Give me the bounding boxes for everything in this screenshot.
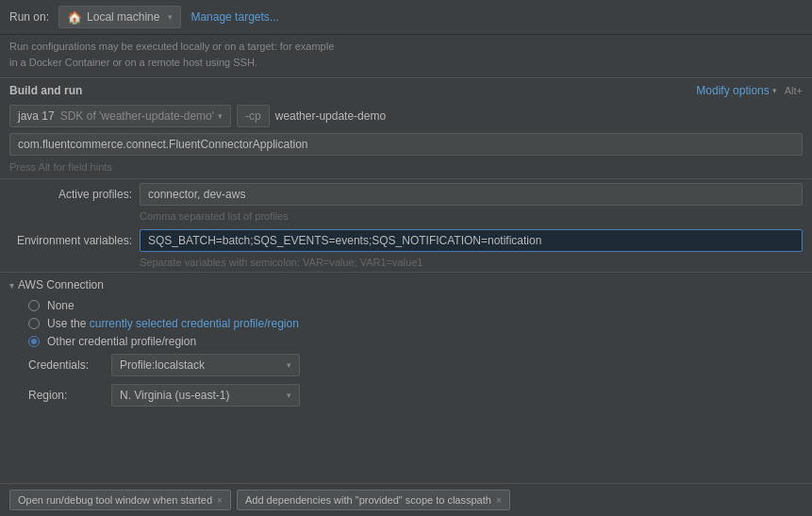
region-value: N. Virginia (us-east-1) [120,389,229,402]
aws-chevron-icon: ▾ [9,280,14,291]
radio-none-circle [28,300,40,311]
build-run-title: Build and run [9,84,82,97]
credentials-chevron-icon: ▾ [287,360,291,370]
region-dropdown[interactable]: N. Virginia (us-east-1) ▾ [111,384,300,407]
bottom-tag-label-1: Add dependencies with "provided" scope t… [245,494,491,506]
bottom-tag-close-1[interactable]: × [496,495,502,506]
env-variables-row: Environment variables: [0,225,812,256]
house-icon: 🏠 [67,10,82,25]
main-class-row [0,129,812,159]
run-on-label: Run on: [9,10,49,24]
env-variables-field [140,229,803,252]
active-profiles-row: Active profiles: [0,179,812,209]
aws-radio-group: None Use the currently selected credenti… [0,297,812,350]
build-run-header: Build and run Modify options ▾ Alt+ [0,78,812,103]
aws-connection-label: AWS Connection [18,278,104,291]
bottom-bar: Open run/debug tool window when started×… [0,483,812,516]
credentials-label: Credentials: [28,358,104,372]
top-bar: Run on: 🏠 Local machine ▾ Manage targets… [0,0,812,35]
credentials-value: Profile:localstack [120,358,205,372]
bottom-tag-1[interactable]: Add dependencies with "provided" scope t… [237,490,510,510]
credentials-row: Credentials: Profile:localstack ▾ [0,350,812,380]
radio-other-circle [28,336,40,347]
radio-none[interactable]: None [28,299,803,312]
credentials-dropdown[interactable]: Profile:localstack ▾ [111,354,300,376]
cp-badge: -cp [237,105,270,127]
radio-other[interactable]: Other credential profile/region [28,335,803,348]
active-profiles-hint: Comma separated list of profiles [0,209,812,225]
sdk-label: java 17 [18,109,55,123]
radio-other-label: Other credential profile/region [47,335,196,348]
run-info-text: Run configurations may be executed local… [0,35,812,77]
active-profiles-label: Active profiles: [9,188,132,201]
env-variables-hint: Separate variables with semicolon: VAR=v… [0,256,812,272]
run-on-chevron-icon: ▾ [168,12,173,22]
sdk-suffix: SDK of 'weather-update-demo' [60,109,214,123]
bottom-tag-close-0[interactable]: × [217,495,223,506]
radio-currently-selected-circle [28,318,40,329]
modify-options-label: Modify options [696,84,769,97]
cp-badge-label: -cp [245,109,261,123]
active-profiles-input[interactable] [140,183,803,206]
region-chevron-icon: ▾ [287,391,291,400]
bottom-tag-label-0: Open run/debug tool window when started [18,494,212,506]
run-on-dropdown[interactable]: 🏠 Local machine ▾ [58,6,181,28]
env-variables-label: Environment variables: [9,234,132,247]
aws-connection-header[interactable]: ▾ AWS Connection [0,273,812,297]
modify-chevron-icon: ▾ [772,86,777,95]
modify-options-button[interactable]: Modify options ▾ [696,84,776,97]
credential-profile-link[interactable]: currently selected credential profile/re… [90,317,299,330]
main-class-input[interactable] [9,133,803,156]
bottom-tag-0[interactable]: Open run/debug tool window when started× [9,490,231,510]
env-variables-input[interactable] [140,229,803,252]
region-row: Region: N. Virginia (us-east-1) ▾ [0,380,812,410]
sdk-row: java 17 SDK of 'weather-update-demo' ▾ -… [0,103,812,129]
local-machine-label: Local machine [87,10,159,24]
alt-label: Alt+ [785,85,803,96]
radio-none-label: None [47,299,75,312]
field-hints-text: Press Alt for field hints [0,159,812,178]
radio-currently-selected-label: Use the currently selected credential pr… [47,317,299,330]
region-label: Region: [28,389,104,402]
sdk-chevron-icon: ▾ [218,111,223,121]
manage-targets-link[interactable]: Manage targets... [191,10,278,24]
sdk-dropdown[interactable]: java 17 SDK of 'weather-update-demo' ▾ [9,105,231,127]
active-profiles-field [140,183,803,206]
radio-currently-selected[interactable]: Use the currently selected credential pr… [28,317,803,330]
cp-value: weather-update-demo [275,109,386,123]
run-info-description: Run configurations may be executed local… [9,41,334,68]
